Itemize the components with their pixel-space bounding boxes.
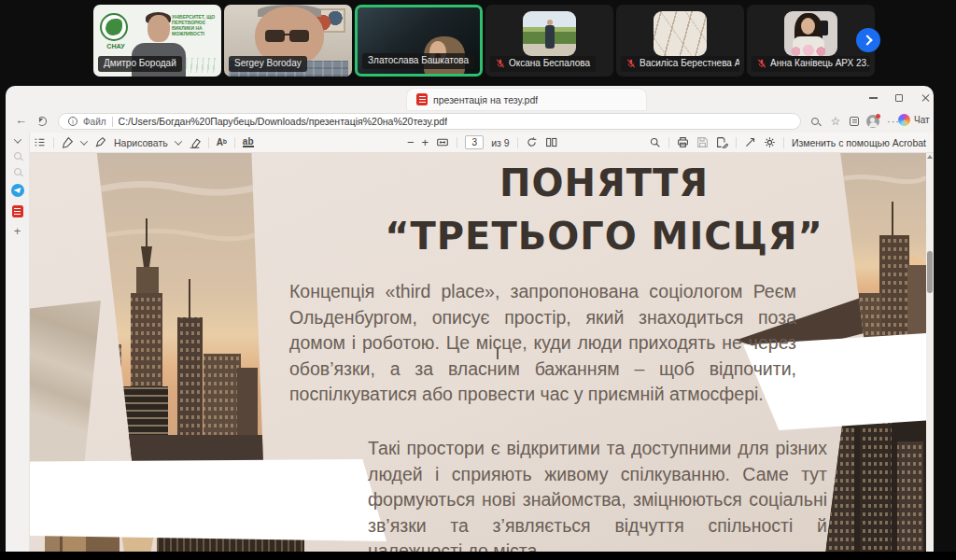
chevron-down-icon[interactable] [174, 137, 181, 145]
bottom-black-bar [0, 552, 956, 560]
browser-tab[interactable]: презентація на тезу.pdf [407, 89, 646, 110]
participant-name-label: Дмитро Бородай [98, 56, 182, 72]
pdf-page-slide: ПОНЯТТЯ “ТРЕТЬОГО МІСЦЯ” Концепція «thir… [30, 153, 926, 552]
search-icon[interactable] [649, 136, 661, 148]
participant-name-label: Sergey Boroday [229, 56, 307, 72]
slide-paragraph-1: Концепція «third place», запропонована с… [289, 279, 796, 408]
page-info-icon[interactable] [68, 117, 77, 126]
draw-pen-icon[interactable] [94, 136, 106, 148]
slide-title-line1: ПОНЯТТЯ [301, 157, 907, 210]
save-icon[interactable] [696, 136, 709, 148]
maximize-button[interactable] [893, 92, 906, 104]
browser-window: презентація на тезу.pdf ← Файл C:/Users/… [6, 86, 934, 552]
settings-gear-icon[interactable] [764, 136, 776, 148]
zoom-page-icon[interactable] [807, 114, 823, 129]
participant-name-label: Анна Канівець АРХ 23... [752, 56, 870, 72]
video-tile-sergey[interactable]: Sergey Boroday [224, 5, 352, 77]
avatar [654, 11, 707, 56]
slide-title: ПОНЯТТЯ “ТРЕТЬОГО МІСЦЯ” [301, 157, 907, 263]
search-tab-icon[interactable] [14, 168, 21, 175]
mic-muted-icon [496, 59, 505, 68]
copilot-button[interactable]: Чат [898, 114, 930, 126]
expand-icon[interactable] [744, 136, 756, 148]
video-tile-oksana[interactable]: Оксана Беспалова [485, 5, 613, 77]
zoom-in-button[interactable]: + [422, 136, 429, 148]
highlight-icon[interactable]: ab [243, 137, 254, 147]
address-prefix: Файл [83, 117, 106, 127]
slide-photo-city-left [95, 153, 265, 467]
glasses [265, 30, 285, 42]
page-total-label: из 9 [491, 137, 509, 148]
telegram-tab-icon[interactable] [11, 184, 24, 197]
tab-title: презентація на тезу.pdf [433, 94, 538, 105]
chevron-right-icon [862, 35, 872, 45]
mic-muted-icon [626, 59, 636, 68]
slide-white-band-left [30, 459, 387, 541]
next-participants-button[interactable] [856, 28, 880, 52]
slide-photo-clouds [30, 301, 101, 467]
video-tile-vasilisa[interactable]: Василіса Берестнева А... [616, 5, 744, 77]
save-as-icon[interactable] [716, 136, 728, 148]
zoom-out-button[interactable]: − [407, 136, 415, 148]
participant-name-label: Златослава Башкатова [362, 53, 474, 69]
table-of-contents-icon[interactable] [34, 136, 46, 148]
address-bar-row: ← Файл C:/Users/Богдан%20Парубець/Downlo… [6, 110, 934, 133]
back-button[interactable]: ← [15, 113, 27, 127]
new-tab-button[interactable]: + [14, 226, 21, 237]
minimize-button[interactable] [866, 92, 879, 104]
vertical-tabs-strip: + [6, 133, 30, 552]
participant-name-label: Василіса Берестнева А... [621, 56, 739, 72]
pen-tool-icon[interactable] [62, 136, 74, 148]
draw-button-label[interactable]: Нарисовать [114, 137, 168, 148]
slide-paragraph-2: Такі простори є відкритими та доступними… [368, 436, 827, 552]
copilot-icon [898, 114, 910, 126]
pdf-icon [416, 93, 428, 105]
profile-avatar[interactable] [865, 114, 881, 129]
page-number-input[interactable] [465, 135, 484, 149]
print-icon[interactable] [677, 136, 689, 148]
avatar [784, 11, 837, 56]
video-tile-zlatoslava-active-speaker[interactable]: Златослава Башкатова [355, 5, 483, 77]
slide-title-line2: “ТРЕТЬОГО МІСЦЯ” [301, 210, 907, 263]
mic-muted-icon [757, 59, 766, 68]
address-text: C:/Users/Богдан%20Парубець/Downloads/пре… [119, 116, 448, 127]
scrollbar-thumb[interactable] [927, 251, 933, 293]
pdf-toolbar: Нарисовать Aᵇ ab − + из 9 [30, 133, 934, 153]
chevron-down-icon[interactable] [80, 137, 88, 145]
university-slogan: УНІВЕРСИТЕТ, ЩО ПЕРЕТВОРЮЄ ВИКЛИКИ НА МО… [172, 14, 217, 36]
video-tile-dmytro[interactable]: СНАУ УНІВЕРСИТЕТ, ЩО ПЕРЕТВОРЮЄ ВИКЛИКИ … [93, 5, 221, 77]
fit-to-width-icon[interactable] [436, 136, 449, 148]
avatar [523, 11, 576, 56]
page-view-icon[interactable] [545, 136, 557, 148]
collapse-chevron-icon[interactable] [13, 135, 21, 143]
rotate-icon[interactable] [526, 136, 538, 148]
edit-with-acrobat-button[interactable]: Изменить с помощью Acrobat [792, 137, 926, 148]
university-logo-icon [100, 13, 128, 41]
university-logo-text: СНАУ [100, 43, 132, 49]
search-tab-icon[interactable] [14, 152, 21, 160]
close-button[interactable] [919, 92, 932, 104]
meeting-screen: СНАУ УНІВЕРСИТЕТ, ЩО ПЕРЕТВОРЮЄ ВИКЛИКИ … [0, 0, 956, 560]
phone [820, 21, 828, 35]
participant-name-label: Оксана Беспалова [490, 56, 596, 72]
scroll-up-arrow-icon[interactable] [927, 155, 933, 159]
favorites-star-icon[interactable]: ☆ [827, 114, 844, 129]
text-cursor [497, 347, 499, 359]
pdf-tab-icon[interactable] [12, 205, 23, 217]
flowers [786, 44, 835, 56]
add-text-icon[interactable]: Aᵇ [217, 137, 227, 147]
address-bar[interactable]: Файл C:/Users/Богдан%20Парубець/Download… [58, 113, 801, 130]
eraser-icon[interactable] [189, 136, 201, 148]
scrollbar[interactable] [926, 153, 934, 552]
slide-photo-city-right-bottom [817, 418, 926, 552]
notification-dot [876, 114, 880, 119]
refresh-button[interactable] [37, 117, 47, 126]
collections-icon[interactable] [846, 114, 863, 129]
